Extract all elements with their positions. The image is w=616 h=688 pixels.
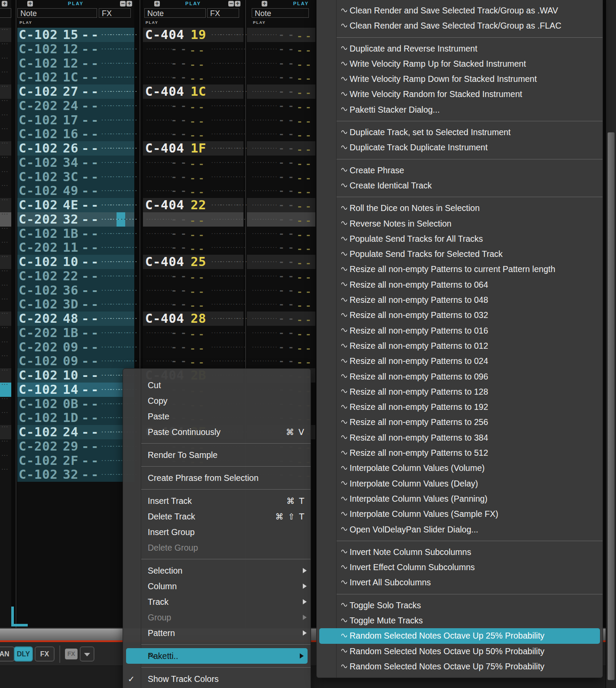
- pattern-row[interactable]: C-1021C--················: [17, 70, 134, 84]
- menu-item-render-to-sample[interactable]: Render To Sample: [123, 447, 311, 463]
- menu-item-open-voldelaypan-slider-dialog[interactable]: Open VolDelayPan Slider Dialog...: [317, 522, 603, 537]
- menu-item-resize-all-non-empty-patterns-to-012[interactable]: Resize all non-empty Patterns to 012: [317, 338, 603, 354]
- pattern-row[interactable]: ············----: [247, 255, 315, 269]
- pattern-row[interactable]: ············----: [247, 297, 315, 312]
- pattern-row[interactable]: ············----················: [143, 113, 243, 127]
- fx-column-header[interactable]: FX: [99, 8, 131, 18]
- menu-item-cut[interactable]: Cut: [123, 377, 311, 393]
- pattern-row[interactable]: C-10227--················: [17, 84, 134, 99]
- menu-item-create-identical-track[interactable]: Create Identical Track: [317, 178, 603, 193]
- pattern-row[interactable]: ············----················: [143, 184, 243, 198]
- pattern-row[interactable]: C-10232--················: [17, 467, 134, 482]
- pattern-row[interactable]: C-10214--················: [17, 383, 134, 397]
- pattern-row[interactable]: C-40428················: [143, 312, 243, 326]
- dly-button[interactable]: DLY: [14, 646, 33, 662]
- menu-item-interpolate-column-values-delay[interactable]: Interpolate Column Values (Delay): [317, 476, 603, 491]
- pattern-row[interactable]: C-10210--················: [17, 255, 134, 269]
- menu-item-insert-track[interactable]: Insert Track⌘ T: [123, 493, 311, 509]
- menu-item-copy[interactable]: Copy: [123, 393, 311, 409]
- pattern-row[interactable]: C-10215--················: [17, 28, 134, 42]
- menu-item-invert-all-subcolumns[interactable]: Invert All Subcolumns: [317, 575, 603, 590]
- menu-item-random-selected-notes-octave-up-25-probability[interactable]: Random Selected Notes Octave Up 25% Prob…: [319, 628, 600, 643]
- menu-item-reverse-notes-in-selection[interactable]: Reverse Notes in Selection: [317, 216, 603, 231]
- pattern-row[interactable]: C-10212--················: [17, 56, 134, 71]
- an-button[interactable]: AN: [0, 646, 15, 662]
- menu-item-populate-send-tracks-for-selected-track[interactable]: Populate Send Tracks for Selected Track: [317, 247, 603, 262]
- note-column-header[interactable]: Note: [144, 8, 206, 18]
- pattern-row[interactable]: ············----················: [143, 127, 243, 141]
- pattern-row[interactable]: ············----················: [143, 170, 243, 184]
- expand-column-button[interactable]: +: [235, 1, 240, 6]
- menu-item-write-velocity-ramp-up-for-stacked-instrument[interactable]: Write Velocity Ramp Up for Stacked Instr…: [317, 56, 603, 71]
- pattern-row[interactable]: ············----: [247, 240, 315, 255]
- collapse-column-button[interactable]: −: [228, 1, 234, 6]
- pattern-row[interactable]: C-10224--················: [17, 425, 134, 439]
- menu-item-resize-all-non-empty-patterns-to-064[interactable]: Resize all non-empty Patterns to 064: [317, 277, 603, 292]
- pattern-row[interactable]: ············----: [247, 42, 315, 56]
- pattern-row[interactable]: C-20232--················: [17, 212, 134, 227]
- pattern-row[interactable]: ············----: [247, 28, 315, 42]
- menu-item-interpolate-column-values-sample-fx[interactable]: Interpolate Column Values (Sample FX): [317, 506, 603, 522]
- pattern-row[interactable]: C-10236--················: [17, 283, 134, 298]
- pattern-row[interactable]: C-20224--················: [17, 99, 134, 113]
- pattern-row[interactable]: ············----: [247, 269, 315, 283]
- pattern-row[interactable]: ············----: [247, 127, 315, 141]
- pattern-track-1[interactable]: +PLAY−+NoteFXPLAYC-10215--··············…: [17, 0, 134, 628]
- menu-item-delete-track[interactable]: Delete Track⌘ ⇧ T: [123, 509, 311, 524]
- menu-item-invert-effect-column-subcolumns[interactable]: Invert Effect Column Subcolumns: [317, 560, 603, 575]
- menu-item-random-selected-notes-octave-up-75-probability[interactable]: Random Selected Notes Octave Up 75% Prob…: [317, 659, 603, 674]
- menu-item-create-phrase-from-selection[interactable]: Create Phrase from Selection: [123, 470, 311, 486]
- pattern-row[interactable]: ············----: [247, 184, 315, 198]
- collapse-column-button[interactable]: −: [120, 1, 126, 6]
- pattern-row[interactable]: C-10212--················: [17, 42, 134, 56]
- menu-item-clean-render-and-save-selected-track-group-as-wav[interactable]: Clean Render and Save Selected Track/Gro…: [317, 3, 603, 18]
- pattern-row[interactable]: C-1023C--················: [17, 170, 134, 184]
- pattern-row[interactable]: ············----: [247, 156, 315, 170]
- pattern-row[interactable]: ············----················: [143, 99, 243, 113]
- pattern-row[interactable]: C-2021B--················: [17, 326, 134, 340]
- menu-item-paste-continuously[interactable]: Paste Continuously⌘ V: [123, 424, 311, 440]
- menu-item-selection[interactable]: Selection: [123, 563, 311, 578]
- menu-item-resize-all-non-empty-patterns-to-048[interactable]: Resize all non-empty Patterns to 048: [317, 292, 603, 308]
- menu-item-resize-all-non-empty-patterns-to-016[interactable]: Resize all non-empty Patterns to 016: [317, 323, 603, 338]
- pattern-row[interactable]: ············----: [247, 340, 315, 354]
- fx-disabled-button[interactable]: FX: [65, 649, 78, 659]
- note-column-header[interactable]: Note: [252, 8, 309, 18]
- pattern-row[interactable]: ············----················: [143, 227, 243, 241]
- pattern-row[interactable]: C-40422················: [143, 198, 243, 212]
- fx-dropdown-button[interactable]: [80, 646, 94, 662]
- pattern-row[interactable]: ············----: [247, 227, 315, 241]
- pattern-row[interactable]: C-10234--················: [17, 156, 134, 170]
- pattern-row[interactable]: C-20211--················: [17, 240, 134, 255]
- menu-item-interpolate-column-values-panning[interactable]: Interpolate Column Values (Panning): [317, 491, 603, 506]
- add-column-button[interactable]: +: [262, 1, 267, 6]
- pattern-row[interactable]: ············----················: [143, 56, 243, 71]
- pattern-row[interactable]: C-10210--················: [17, 368, 134, 383]
- pattern-row[interactable]: ············----················: [143, 70, 243, 84]
- pattern-row[interactable]: ············----················: [143, 340, 243, 354]
- pattern-row[interactable]: C-1022F--················: [17, 454, 134, 468]
- menu-item-resize-all-non-empty-patterns-to-024[interactable]: Resize all non-empty Patterns to 024: [317, 354, 603, 369]
- menu-item-create-phrase[interactable]: Create Phrase: [317, 163, 603, 178]
- pattern-row[interactable]: C-1020B--················: [17, 397, 134, 411]
- pattern-row[interactable]: C-40425················: [143, 255, 243, 269]
- pattern-row[interactable]: C-10222--················: [17, 269, 134, 283]
- pattern-row[interactable]: C-10209--················: [17, 354, 134, 368]
- menu-item-paste[interactable]: Paste: [123, 409, 311, 424]
- note-column-header[interactable]: Note: [17, 8, 97, 18]
- pattern-row[interactable]: ············----: [247, 56, 315, 71]
- menu-item-resize-all-non-empty-patterns-to-096[interactable]: Resize all non-empty Patterns to 096: [317, 369, 603, 384]
- menu-item-random-selected-notes-octave-up-50-probability[interactable]: Random Selected Notes Octave Up 50% Prob…: [317, 644, 603, 659]
- menu-item-interpolate-column-values-volume[interactable]: Interpolate Column Values (Volume): [317, 461, 603, 476]
- menu-item-toggle-solo-tracks[interactable]: Toggle Solo Tracks: [317, 598, 603, 613]
- menu-item-track[interactable]: Track: [123, 594, 311, 610]
- pattern-row[interactable]: ············----: [247, 70, 315, 84]
- pattern-row[interactable]: ············----················: [143, 42, 243, 56]
- pattern-row[interactable]: ············----················: [143, 212, 243, 227]
- pattern-row[interactable]: ············----: [247, 212, 315, 227]
- pattern-row[interactable]: ············----: [247, 99, 315, 113]
- fx-button[interactable]: FX: [35, 646, 55, 662]
- menu-item-paketti-stacker-dialog[interactable]: Paketti Stacker Dialog...: [317, 102, 603, 117]
- pattern-row[interactable]: C-20248--················: [17, 312, 134, 326]
- scrollbar-thumb[interactable]: [607, 132, 615, 680]
